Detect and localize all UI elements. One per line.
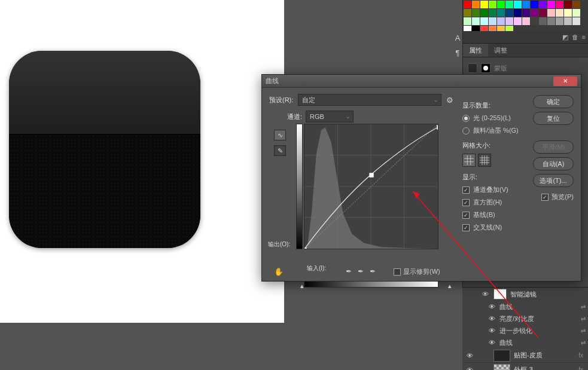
swatch[interactable] <box>505 17 513 25</box>
swatch[interactable] <box>472 9 480 17</box>
smart-filters-header[interactable]: 👁 智能滤镜 <box>462 288 588 301</box>
swatch[interactable] <box>522 9 530 17</box>
close-button[interactable]: ✕ <box>553 77 577 86</box>
visibility-icon[interactable]: 👁 <box>488 303 496 310</box>
check-histogram[interactable]: 直方图(H) <box>462 198 531 207</box>
swatch-trash-icon[interactable]: 🗑 <box>572 33 578 41</box>
swatch[interactable] <box>480 17 488 25</box>
swatch[interactable] <box>489 1 496 8</box>
swatch[interactable] <box>522 17 530 25</box>
curve-point-black[interactable] <box>304 248 307 250</box>
swatch[interactable] <box>539 17 547 25</box>
swatch[interactable] <box>547 1 555 8</box>
filter-settings-icon[interactable]: ⇄ <box>581 304 586 310</box>
gear-icon[interactable]: ⚙ <box>446 96 453 105</box>
swatch[interactable] <box>514 17 522 25</box>
swatch[interactable] <box>480 9 488 17</box>
swatch[interactable] <box>572 9 580 17</box>
curve-pencil-tool[interactable]: ✎ <box>274 145 286 156</box>
curve-line[interactable] <box>304 124 438 249</box>
filter-settings-icon[interactable]: ⇄ <box>581 316 586 322</box>
visibility-icon[interactable]: 👁 <box>465 366 474 371</box>
swatch[interactable] <box>464 1 471 8</box>
show-clipping-checkbox[interactable]: 显示修剪(W) <box>394 267 440 276</box>
hand-icon[interactable]: ✋ <box>274 267 284 276</box>
panel-menu-icon[interactable]: ≡ <box>582 33 586 41</box>
swatch[interactable] <box>572 17 580 25</box>
black-eyedropper-icon[interactable]: ✒ <box>346 267 352 276</box>
swatch[interactable] <box>472 1 480 8</box>
visibility-icon[interactable]: 👁 <box>488 315 496 322</box>
swatch[interactable] <box>572 1 580 8</box>
smart-filter-item[interactable]: 👁进一步锐化⇄ <box>462 325 588 337</box>
document-canvas[interactable] <box>0 0 284 323</box>
smart-filter-item[interactable]: 👁亮度/对比度⇄ <box>462 313 588 325</box>
radio-pigment[interactable]: 颜料/油墨 %(G) <box>462 126 531 135</box>
fx-badge[interactable]: fx <box>578 352 583 359</box>
dialog-titlebar[interactable]: 曲线 ✕ <box>262 75 581 88</box>
swatch[interactable] <box>497 17 505 25</box>
ok-button[interactable]: 确定 <box>533 95 574 108</box>
visibility-icon[interactable]: 👁 <box>465 352 474 359</box>
swatch[interactable] <box>514 1 522 8</box>
filter-settings-icon[interactable]: ⇄ <box>581 328 586 334</box>
check-intersect[interactable]: 交叉线(N) <box>462 223 531 232</box>
swatch[interactable] <box>539 1 547 8</box>
preview-checkbox[interactable]: 预览(P) <box>541 192 574 201</box>
curve-point-tool[interactable]: ∿ <box>274 130 286 140</box>
swatch[interactable] <box>531 1 538 8</box>
fx-badge[interactable]: fx <box>578 366 583 370</box>
options-button[interactable]: 选项(T)... <box>533 174 574 187</box>
swatch[interactable] <box>480 1 488 8</box>
gray-eyedropper-icon[interactable]: ✒ <box>358 267 364 276</box>
swatch[interactable] <box>531 9 538 17</box>
curve-point-mid[interactable] <box>370 173 374 178</box>
white-eyedropper-icon[interactable]: ✒ <box>370 267 376 276</box>
radio-light[interactable]: 光 (0-255)(L) <box>462 114 531 123</box>
tab-properties[interactable]: 属性 <box>463 44 488 57</box>
swatch[interactable] <box>464 17 471 25</box>
visibility-icon[interactable]: 👁 <box>488 327 496 334</box>
grid-small-button[interactable] <box>462 154 476 167</box>
swatch[interactable] <box>556 1 563 8</box>
swatch[interactable] <box>489 26 496 31</box>
layer-thumb[interactable] <box>493 350 510 362</box>
auto-button[interactable]: 自动(A) <box>533 157 574 170</box>
curve-point-white[interactable] <box>437 126 439 130</box>
filter-mask-thumb[interactable] <box>493 289 507 299</box>
swatch-new-icon[interactable]: ◩ <box>562 33 568 41</box>
swatch[interactable] <box>472 17 480 25</box>
swatches-panel[interactable] <box>463 0 588 31</box>
type-tool-icon[interactable]: A <box>455 33 461 42</box>
swatch[interactable] <box>564 1 572 8</box>
swatch[interactable] <box>556 9 563 17</box>
swatch[interactable] <box>472 26 480 31</box>
visibility-icon[interactable]: 👁 <box>488 339 496 346</box>
swatch[interactable] <box>497 9 505 17</box>
paragraph-icon[interactable]: ¶ <box>456 48 460 57</box>
swatch[interactable] <box>497 26 505 31</box>
swatch[interactable] <box>464 9 471 17</box>
preset-dropdown[interactable]: 自定 <box>298 94 441 106</box>
curve-graph[interactable] <box>304 124 438 249</box>
white-slider[interactable]: ▴ <box>448 282 452 290</box>
swatch[interactable] <box>505 26 513 31</box>
cancel-button[interactable]: 复位 <box>533 112 574 125</box>
swatch[interactable] <box>556 17 563 25</box>
mask-icon[interactable] <box>481 63 490 73</box>
swatch[interactable] <box>531 17 538 25</box>
check-overlay[interactable]: 通道叠加(V) <box>462 185 531 194</box>
layer-row-1[interactable]: 👁 贴图-皮质 fx <box>462 348 588 363</box>
swatch[interactable] <box>514 9 522 17</box>
mask-density-icon[interactable] <box>468 63 477 73</box>
swatch[interactable] <box>547 17 555 25</box>
smart-filter-item[interactable]: 👁曲线⇄ <box>462 337 588 348</box>
smart-filter-item[interactable]: 👁曲线⇄ <box>462 301 588 313</box>
swatch[interactable] <box>464 26 471 31</box>
swatch[interactable] <box>489 9 496 17</box>
swatch[interactable] <box>497 1 505 8</box>
swatch[interactable] <box>547 9 555 17</box>
swatch[interactable] <box>522 1 530 8</box>
visibility-icon[interactable]: 👁 <box>480 291 490 298</box>
swatch[interactable] <box>564 9 572 17</box>
